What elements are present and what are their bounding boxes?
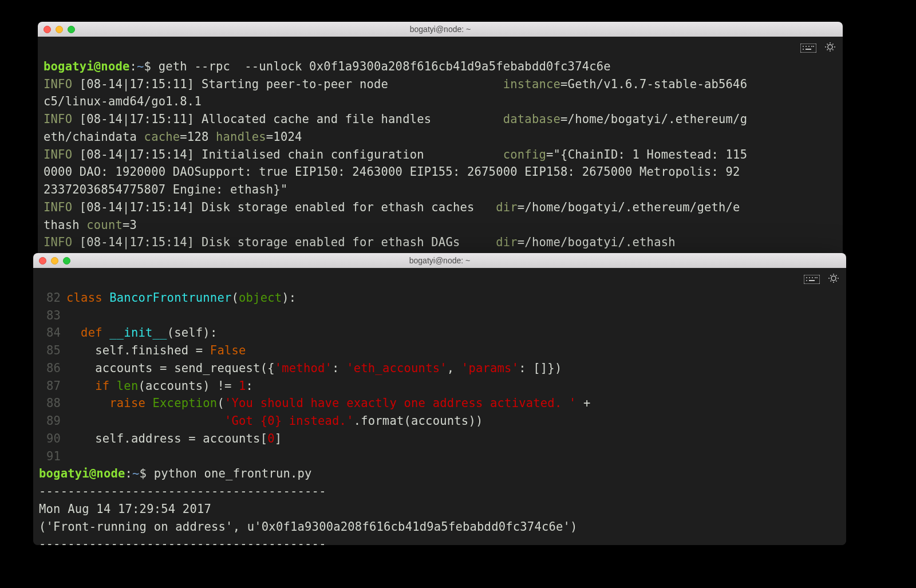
svg-rect-8 xyxy=(804,275,820,284)
log-ts: [08-14|17:15:11] xyxy=(80,112,195,126)
terminal-content-geth[interactable]: bogatyi@node:~$ geth --rpc --unlock 0x0f… xyxy=(38,37,843,262)
log-level: INFO xyxy=(44,77,72,91)
separator: ---------------------------------------- xyxy=(39,537,326,545)
paren: ( xyxy=(217,396,224,410)
log-msg: Disk storage enabled for ethash caches xyxy=(202,200,475,214)
log-val: ="{ChainID: 1 Homestead: 115 xyxy=(546,148,747,161)
svg-point-1 xyxy=(803,46,804,47)
line-number: 88 xyxy=(39,394,61,412)
svg-point-5 xyxy=(803,49,804,50)
minimize-icon[interactable] xyxy=(56,26,63,33)
terminal-window-geth: bogatyi@node: ~ bogatyi@node:~$ geth --r… xyxy=(38,22,843,262)
terminal-window-python: bogatyi@node: ~ 82class BancorFrontrunne… xyxy=(33,253,846,545)
log-key: config xyxy=(503,148,546,161)
log-cont: 23372036854775807 Engine: ethash}" xyxy=(44,183,287,196)
log-val: =3 xyxy=(123,218,137,232)
prompt-path: ~ xyxy=(137,60,144,73)
prompt-user: bogatyi@node xyxy=(44,60,130,73)
format-call: .format(accounts)) xyxy=(354,414,483,428)
log-cont: thash xyxy=(44,218,86,232)
log-level: INFO xyxy=(44,235,72,249)
line-number: 91 xyxy=(39,448,61,465)
log-key: cache xyxy=(144,130,180,144)
fn-init: __init__ xyxy=(109,326,167,340)
titlebar[interactable]: bogatyi@node: ~ xyxy=(33,253,846,268)
log-ts: [08-14|17:15:14] xyxy=(80,200,195,214)
line-number: 90 xyxy=(39,430,61,448)
keyword-raise: raise xyxy=(109,396,145,410)
prompt-sigil: $ xyxy=(144,60,152,73)
colon: : xyxy=(246,379,254,393)
err-str-1: 'You should have exactly one address act… xyxy=(224,396,577,410)
close-bracket: ] xyxy=(275,432,282,445)
svg-point-12 xyxy=(815,277,816,278)
log-key: count xyxy=(86,218,123,232)
log-val: =/home/bogatyi/.ethereum/geth/e xyxy=(518,200,740,214)
traffic-lights xyxy=(44,26,75,33)
log-level: INFO xyxy=(44,112,72,126)
svg-point-2 xyxy=(806,46,807,47)
assign: accounts = send_request({ xyxy=(95,361,275,375)
params: (self): xyxy=(167,326,218,340)
prompt-user: bogatyi@node xyxy=(39,467,125,480)
str-method-key: 'method' xyxy=(275,361,332,375)
keyword-if: if xyxy=(95,379,109,393)
gear-icon[interactable] xyxy=(828,273,839,287)
false-literal: False xyxy=(210,344,246,357)
log-key: instance xyxy=(503,77,560,91)
class-name: BancorFrontrunner xyxy=(109,291,231,305)
tail: : []}) xyxy=(519,361,562,375)
line-number: 84 xyxy=(39,324,61,342)
svg-point-11 xyxy=(812,277,813,278)
builtin-len: len xyxy=(117,379,139,393)
exception-class: Exception xyxy=(153,396,218,410)
log-msg: Disk storage enabled for ethash DAGs xyxy=(202,235,460,249)
plus: + xyxy=(577,396,591,410)
close-icon[interactable] xyxy=(44,26,51,33)
log-level: INFO xyxy=(44,148,72,161)
svg-rect-0 xyxy=(800,44,816,53)
line-number: 87 xyxy=(39,377,61,395)
window-title: bogatyi@node: ~ xyxy=(33,256,846,265)
output-line: ('Front-running on address', u'0x0f1a930… xyxy=(39,520,578,534)
log-ts: [08-14|17:15:11] xyxy=(80,77,195,91)
prompt-sep: : xyxy=(130,60,137,73)
err-str-2: 'Got {0} instead.' xyxy=(224,414,354,428)
num-zero: 0 xyxy=(267,432,275,445)
assign: self.address = accounts[ xyxy=(95,432,267,445)
assign: self.finished = xyxy=(95,344,210,357)
keyboard-icon[interactable] xyxy=(800,42,816,56)
paren: ): xyxy=(282,291,296,305)
log-key: handles xyxy=(216,130,266,144)
log-val: =/home/bogatyi/.ethash xyxy=(518,235,676,249)
line-number: 89 xyxy=(39,412,61,430)
svg-point-13 xyxy=(806,280,807,281)
log-key: dir xyxy=(496,235,518,249)
keyword-def: def xyxy=(81,326,102,340)
colon: : xyxy=(332,361,346,375)
svg-point-4 xyxy=(811,46,812,47)
maximize-icon[interactable] xyxy=(63,257,70,265)
str-params-key: 'params' xyxy=(461,361,519,375)
titlebar[interactable]: bogatyi@node: ~ xyxy=(38,22,843,37)
comma: , xyxy=(447,361,461,375)
minimize-icon[interactable] xyxy=(51,257,58,265)
log-msg: Initialised chain configuration xyxy=(202,148,424,161)
log-msg: Starting peer-to-peer node xyxy=(202,77,388,91)
keyboard-icon[interactable] xyxy=(804,273,820,287)
svg-rect-15 xyxy=(809,280,815,281)
prompt-path: ~ xyxy=(132,467,140,480)
log-val: =/home/bogatyi/.ethereum/g xyxy=(560,112,747,126)
str-method-val: 'eth_accounts' xyxy=(346,361,447,375)
terminal-content-python[interactable]: 82class BancorFrontrunner(object): 83 84… xyxy=(33,268,846,545)
line-number: 82 xyxy=(39,289,61,307)
log-cont: c5/linux-amd64/go1.8.1 xyxy=(44,94,202,108)
line-number: 85 xyxy=(39,342,61,360)
log-val: =Geth/v1.6.7-stable-ab5646 xyxy=(560,77,747,91)
svg-point-6 xyxy=(813,46,814,47)
maximize-icon[interactable] xyxy=(68,26,75,33)
gear-icon[interactable] xyxy=(824,41,836,56)
close-icon[interactable] xyxy=(39,257,46,265)
terminal-toolbar xyxy=(804,273,839,287)
paren: ( xyxy=(231,291,239,305)
